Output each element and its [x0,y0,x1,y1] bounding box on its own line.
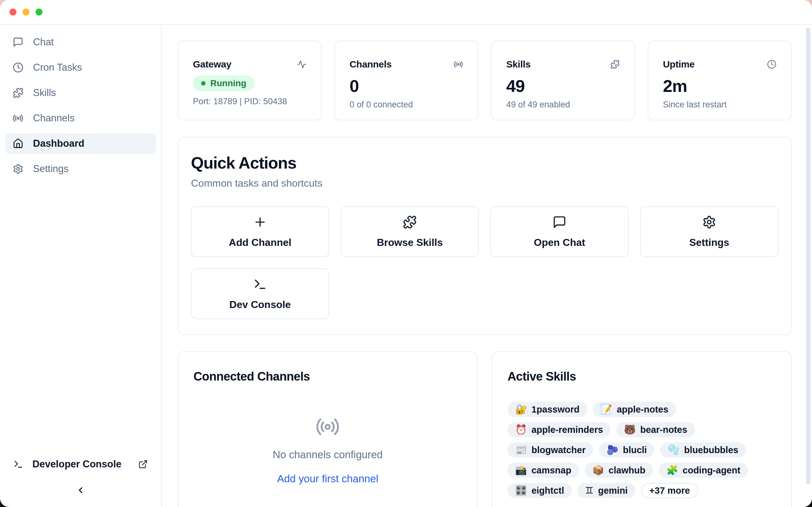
bottom-grid: Connected Channels No channels configure… [177,351,792,507]
more-skills-chip[interactable]: +37 more [641,483,698,498]
skill-chip-label: 1password [531,404,579,415]
channels-empty-state: No channels configured Add your first ch… [194,414,462,485]
sidebar-item-label: Channels [33,112,74,124]
sidebar-item-label: Skills [33,87,56,99]
skill-chip-label: blucli [623,445,647,455]
scrollbar-thumb[interactable] [806,27,810,484]
window-body: Chat Cron Tasks Skills Channels Dashboar… [0,25,812,507]
main-content: Gateway Running Port: 18789 | PID: 50438… [162,25,812,507]
quick-actions-panel: Quick Actions Common tasks and shortcuts… [177,137,792,335]
active-skills-card: Active Skills 🔐1password 📝apple-notes ⏰a… [492,351,792,507]
traffic-light-minimize[interactable] [22,9,30,15]
sidebar-item-cron-tasks[interactable]: Cron Tasks [5,57,156,78]
sidebar-item-label: Settings [33,163,68,175]
stat-subtext: Since last restart [663,100,776,110]
gear-icon [13,164,23,174]
alarm-clock-emoji: ⏰ [515,425,527,435]
active-skills-title: Active Skills [507,370,776,383]
skill-chip-bear-notes[interactable]: 🐻bear-notes [616,422,695,437]
gear-icon [702,215,716,229]
skill-chip-label: gemini [598,486,627,496]
skill-chip-apple-notes[interactable]: 📝apple-notes [593,402,676,417]
chevron-left-icon [76,486,85,495]
add-channel-button[interactable]: Add Channel [191,206,329,257]
stat-title: Uptime [663,59,695,70]
skill-chip-coding-agent[interactable]: 🧩coding-agent [659,463,748,478]
sidebar-item-skills[interactable]: Skills [5,82,156,103]
skill-chip-camsnap[interactable]: 📸camsnap [507,463,579,478]
stat-subtext: 49 of 49 enabled [506,100,620,110]
developer-console-link[interactable]: Developer Console [5,453,156,475]
puzzle-icon [13,88,23,98]
skill-chip-label: eightctl [531,486,564,496]
message-square-icon [553,215,566,229]
package-emoji: 📦 [592,465,604,475]
sidebar: Chat Cron Tasks Skills Channels Dashboar… [0,25,162,507]
skill-chip-apple-reminders[interactable]: ⏰apple-reminders [507,422,611,437]
skill-chip-label: blogwatcher [531,445,586,455]
titlebar [0,0,812,25]
sidebar-item-label: Chat [33,37,54,48]
radio-icon [315,414,340,439]
puzzle-icon [403,215,417,229]
skill-chip-label: camsnap [531,465,571,475]
plus-icon [253,215,267,229]
skill-chip-eightctl[interactable]: 🎛️eightctl [507,483,572,498]
connected-channels-title: Connected Channels [194,370,462,383]
status-badge-label: Running [210,78,247,89]
add-first-channel-link[interactable]: Add your first channel [277,473,378,485]
newspaper-emoji: 📰 [515,445,527,455]
terminal-icon [13,459,23,469]
skill-chip-label: apple-notes [617,404,668,415]
quick-actions-title: Quick Actions [191,153,778,172]
sidebar-item-label: Dashboard [33,138,84,149]
connected-channels-card: Connected Channels No channels configure… [177,351,478,507]
bear-emoji: 🐻 [624,425,636,435]
sidebar-item-dashboard[interactable]: Dashboard [5,133,156,154]
memo-emoji: 📝 [600,405,612,414]
stat-subtext: 0 of 0 connected [350,100,463,110]
traffic-light-close[interactable] [9,9,16,15]
stat-value: 49 [506,77,620,95]
uptime-stat-card: Uptime 2m Since last restart [648,41,792,120]
stat-value: 0 [350,77,463,95]
message-square-icon [13,37,23,48]
skill-chip-label: bear-notes [641,425,687,435]
skill-chip-blucli[interactable]: 🫐blucli [599,442,654,458]
action-label: Settings [689,237,729,248]
puzzle-icon [610,60,620,69]
skill-chip-label: coding-agent [682,465,740,475]
skill-chip-gemini[interactable]: ♊gemini [577,483,635,498]
clock-icon [767,60,776,69]
stat-value: 2m [663,77,776,95]
browse-skills-button[interactable]: Browse Skills [341,206,479,257]
skill-chip-blogwatcher[interactable]: 📰blogwatcher [507,442,593,458]
activity-icon [297,60,306,69]
stats-grid: Gateway Running Port: 18789 | PID: 50438… [177,41,792,120]
settings-button[interactable]: Settings [640,206,778,257]
terminal-icon [253,277,267,291]
developer-console-label: Developer Console [32,458,121,470]
skill-chip-1password[interactable]: 🔐1password [507,402,587,417]
sidebar-item-settings[interactable]: Settings [5,158,156,179]
sidebar-item-chat[interactable]: Chat [5,32,156,53]
open-chat-button[interactable]: Open Chat [490,206,629,257]
gateway-stat-card: Gateway Running Port: 18789 | PID: 50438 [177,41,322,120]
skill-chip-bluebubbles[interactable]: 🫧bluebubbles [660,442,746,458]
stat-title: Channels [350,59,392,70]
sidebar-item-channels[interactable]: Channels [5,108,156,129]
status-dot [201,81,206,86]
stat-subtext: Port: 18789 | PID: 50438 [193,97,306,107]
skill-chip-label: bluebubbles [684,445,739,455]
channels-stat-card: Channels 0 0 of 0 connected [334,41,478,120]
stat-title: Skills [506,59,531,70]
collapse-sidebar-button[interactable] [73,483,88,498]
skill-chip-clawhub[interactable]: 📦clawhub [585,463,653,478]
lock-with-key-emoji: 🔐 [515,405,527,414]
clock-icon [13,62,23,73]
app-window: Chat Cron Tasks Skills Channels Dashboar… [0,0,812,507]
dev-console-button[interactable]: Dev Console [191,268,329,319]
blueberries-emoji: 🫐 [606,445,618,455]
home-icon [13,138,23,149]
traffic-light-zoom[interactable] [36,9,43,15]
